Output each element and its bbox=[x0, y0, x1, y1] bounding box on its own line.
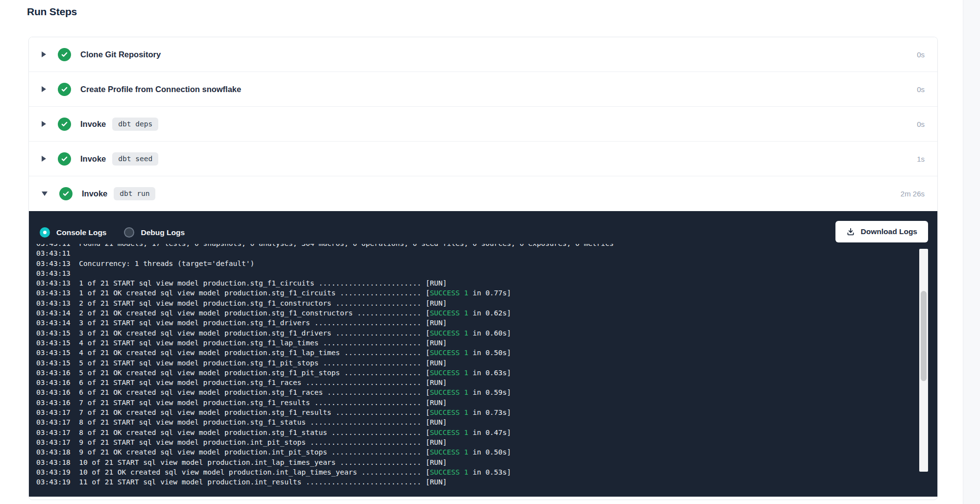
success-check-icon bbox=[58, 152, 71, 166]
step-row-create-profile[interactable]: Create Profile from Connection snowflake… bbox=[29, 72, 937, 107]
caret-right-icon[interactable] bbox=[42, 86, 46, 92]
log-panel: Console Logs Debug Logs Download Logs 03… bbox=[29, 211, 937, 497]
console-logs-label: Console Logs bbox=[56, 228, 106, 237]
log-line: 03:43:19 11 of 21 START sql view model p… bbox=[36, 477, 937, 487]
log-line: 03:43:13 1 of 21 START sql view model pr… bbox=[36, 278, 937, 288]
step-label: Create Profile from Connection snowflake bbox=[80, 85, 241, 94]
log-lines: 03:43:11 Found 21 models, 17 tests, 0 sn… bbox=[29, 244, 937, 487]
step-label: Invoke bbox=[80, 154, 106, 164]
log-line: 03:43:14 3 of 21 START sql view model pr… bbox=[36, 318, 937, 328]
log-line: 03:43:13 2 of 21 START sql view model pr… bbox=[36, 298, 937, 308]
log-line: 03:43:16 5 of 21 OK created sql view mod… bbox=[36, 368, 937, 378]
log-line: 03:43:16 7 of 21 START sql view model pr… bbox=[36, 398, 937, 408]
log-type-radio-group: Console Logs Debug Logs bbox=[40, 227, 185, 238]
page-title: Run Steps bbox=[27, 6, 77, 18]
log-line: 03:43:13 bbox=[36, 268, 937, 278]
caret-down-icon[interactable] bbox=[42, 192, 48, 196]
step-row-invoke-dbt-run[interactable]: Invoke dbt run 2m 26s bbox=[29, 176, 937, 211]
step-command-badge: dbt run bbox=[114, 187, 155, 200]
step-duration: 0s bbox=[917, 85, 925, 94]
log-line: 03:43:17 7 of 21 OK created sql view mod… bbox=[36, 408, 937, 417]
step-label: Invoke bbox=[80, 120, 106, 129]
log-line: 03:43:15 3 of 21 OK created sql view mod… bbox=[36, 328, 937, 338]
log-scrollbar-thumb[interactable] bbox=[921, 291, 927, 381]
step-row-invoke-dbt-seed[interactable]: Invoke dbt seed 1s bbox=[29, 142, 937, 176]
log-line: 03:43:13 Concurrency: 1 threads (target=… bbox=[36, 259, 937, 268]
step-duration: 1s bbox=[917, 155, 925, 163]
log-line: 03:43:14 2 of 21 OK created sql view mod… bbox=[36, 308, 937, 318]
step-command-badge: dbt seed bbox=[112, 152, 158, 166]
console-log-output[interactable]: 03:43:11 Found 21 models, 17 tests, 0 sn… bbox=[29, 244, 937, 493]
log-line: 03:43:18 10 of 21 START sql view model p… bbox=[36, 457, 937, 467]
success-check-icon bbox=[58, 118, 71, 131]
download-icon bbox=[846, 227, 855, 236]
step-label: Invoke bbox=[82, 189, 107, 198]
log-line: 03:43:11 bbox=[36, 248, 937, 258]
radio-selected-icon[interactable] bbox=[40, 227, 50, 238]
step-row-invoke-dbt-deps[interactable]: Invoke dbt deps 0s bbox=[29, 107, 937, 142]
log-line: 03:43:17 8 of 21 START sql view model pr… bbox=[36, 417, 937, 427]
page-scrollbar-gutter bbox=[963, 0, 980, 504]
step-duration: 0s bbox=[917, 50, 925, 59]
success-check-icon bbox=[58, 83, 71, 96]
log-line: 03:43:17 8 of 21 OK created sql view mod… bbox=[36, 428, 937, 437]
debug-logs-radio[interactable]: Debug Logs bbox=[124, 227, 185, 238]
caret-right-icon[interactable] bbox=[42, 156, 46, 162]
log-line: 03:43:15 4 of 21 START sql view model pr… bbox=[36, 338, 937, 348]
log-line: 03:43:16 6 of 21 START sql view model pr… bbox=[36, 378, 937, 387]
step-duration: 2m 26s bbox=[901, 190, 925, 198]
run-steps-card: Clone Git Repository 0s Create Profile f… bbox=[28, 37, 938, 500]
caret-right-icon[interactable] bbox=[42, 51, 46, 57]
step-duration: 0s bbox=[917, 120, 925, 128]
download-logs-button[interactable]: Download Logs bbox=[835, 221, 928, 242]
log-line: 03:43:17 9 of 21 START sql view model pr… bbox=[36, 437, 937, 447]
success-check-icon bbox=[59, 187, 73, 200]
log-line: 03:43:15 5 of 21 START sql view model pr… bbox=[36, 358, 937, 368]
radio-unselected-icon[interactable] bbox=[124, 227, 134, 238]
log-line: 03:43:19 10 of 21 OK created sql view mo… bbox=[36, 467, 937, 477]
log-line: 03:43:13 1 of 21 OK created sql view mod… bbox=[36, 288, 937, 298]
download-logs-label: Download Logs bbox=[861, 227, 917, 236]
debug-logs-label: Debug Logs bbox=[141, 228, 185, 237]
log-line: 03:43:15 4 of 21 OK created sql view mod… bbox=[36, 348, 937, 358]
console-logs-radio[interactable]: Console Logs bbox=[40, 227, 106, 238]
caret-right-icon[interactable] bbox=[42, 121, 46, 127]
step-command-badge: dbt deps bbox=[112, 118, 158, 131]
success-check-icon bbox=[58, 48, 71, 61]
step-label: Clone Git Repository bbox=[80, 50, 161, 59]
log-line: 03:43:18 9 of 21 OK created sql view mod… bbox=[36, 447, 937, 457]
log-scrollbar[interactable] bbox=[919, 249, 928, 472]
step-row-clone-git-repository[interactable]: Clone Git Repository 0s bbox=[29, 37, 937, 72]
log-line: 03:43:16 6 of 21 OK created sql view mod… bbox=[36, 387, 937, 397]
log-line: 03:43:11 Found 21 models, 17 tests, 0 sn… bbox=[36, 244, 937, 248]
